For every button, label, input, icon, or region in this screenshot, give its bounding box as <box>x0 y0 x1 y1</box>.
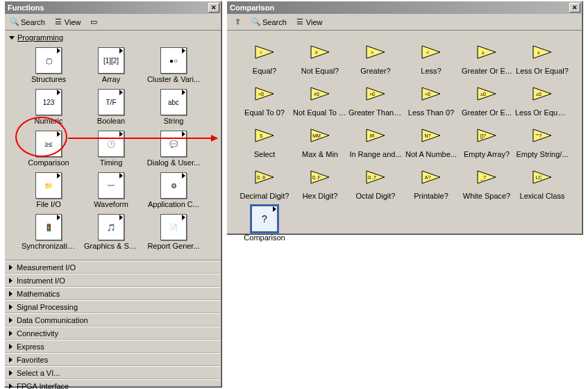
category-row-data-communication[interactable]: Data Communication <box>5 313 221 326</box>
comparison-node-icon: <0 <box>421 87 441 101</box>
view-button[interactable]: ☰ View <box>292 15 326 29</box>
category-row-select-a-vi[interactable]: Select a VI... <box>5 366 221 379</box>
functions-title: Functions <box>8 3 208 12</box>
palette-item-decimal-digit[interactable]: 0..9Decimal Digit? <box>237 163 292 204</box>
item-label: Dialog & User... <box>147 158 200 167</box>
chevron-right-icon <box>9 370 12 376</box>
svg-text:0..9: 0..9 <box>257 175 265 180</box>
palette-item-not-equal[interactable]: ≠Not Equal? <box>292 38 348 79</box>
palette-item-timing[interactable]: 🕑Timing <box>80 129 142 171</box>
palette-item-boolean[interactable]: T/FBoolean <box>80 88 142 129</box>
category-row-instrument-i-o[interactable]: Instrument I/O <box>5 274 221 287</box>
item-icon: 123 <box>35 89 62 115</box>
palette-item-octal-digit[interactable]: 0..7Octal Digit? <box>348 163 403 204</box>
palette-item-greater-or-e[interactable]: ≥0Greater Or E... <box>459 79 514 121</box>
subpalette-arrow-icon <box>180 173 186 179</box>
item-icon: =0 <box>251 81 278 107</box>
svg-marker-2 <box>311 46 329 58</box>
palette-item-not-equal-to-0[interactable]: ≠0Not Equal To 0? <box>292 79 348 121</box>
search-button[interactable]: 🔍 Search <box>248 15 290 29</box>
comparison-node-icon: >0 <box>366 87 385 101</box>
search-button[interactable]: 🔍 Search <box>6 15 49 29</box>
palette-item-less-or-equal[interactable]: ≤0Less Or Equal... <box>514 79 570 121</box>
close-icon[interactable]: ✕ <box>208 3 219 13</box>
category-row-express[interactable]: Express <box>5 340 221 353</box>
palette-item-application-c[interactable]: ⚙Application C... <box>142 171 205 213</box>
palette-item-comparison[interactable]: ?Comparison <box>237 204 292 246</box>
category-row-measurement-i-o[interactable]: Measurement I/O <box>5 260 221 274</box>
category-row-mathematics[interactable]: Mathematics <box>5 287 221 300</box>
category-label: FPGA Interface <box>17 382 69 390</box>
chevron-right-icon <box>9 291 12 297</box>
pin-button[interactable]: ▭ <box>86 15 101 29</box>
palette-item-less[interactable]: <Less? <box>403 38 459 79</box>
chevron-right-icon <box>9 383 12 389</box>
chevron-right-icon <box>9 357 12 363</box>
palette-item-report-gener[interactable]: 📄Report Gener... <box>142 213 205 254</box>
category-row-fpga-interface[interactable]: FPGA Interface <box>5 379 221 389</box>
palette-item-greater-than-0[interactable]: >0Greater Than 0? <box>348 79 403 121</box>
palette-item-file-i-o[interactable]: 📁File I/O <box>17 171 80 213</box>
comparison-node-icon: []? <box>477 129 496 142</box>
palette-item-empty-array[interactable]: []?Empty Array? <box>459 121 514 163</box>
palette-item-less-or-equal[interactable]: ≤Less Or Equal? <box>514 38 570 79</box>
svg-text:=: = <box>260 50 262 55</box>
subpalette-arrow-icon <box>118 131 124 137</box>
palette-item-synchronization[interactable]: 🚦Synchronization <box>17 213 80 254</box>
svg-text:N?: N? <box>425 133 431 138</box>
item-label: Equal? <box>253 67 276 75</box>
item-label: Boolean <box>97 117 125 125</box>
up-button[interactable]: ⇧ <box>228 15 246 29</box>
palette-item-empty-string[interactable]: ""?Empty String/... <box>514 121 570 163</box>
comparison-node-icon: 0..9 <box>255 170 274 184</box>
item-icon: IR <box>362 122 389 149</box>
view-button[interactable]: ☰ View <box>50 15 85 29</box>
palette-item-cluster-vari[interactable]: ●○Cluster & Vari... <box>142 46 205 88</box>
palette-item-in-range-and[interactable]: IRIn Range and... <box>348 121 403 163</box>
palette-item-equal-to-0[interactable]: =0Equal To 0? <box>237 79 292 121</box>
palette-item-dialog-user[interactable]: 💬Dialog & User... <box>142 129 205 171</box>
palette-item-greater-or-e[interactable]: ≥Greater Or E... <box>459 38 514 79</box>
palette-item-structures[interactable]: ▢Structures <box>17 46 80 88</box>
comparison-node-icon: _? <box>477 170 496 184</box>
functions-titlebar[interactable]: Functions ✕ <box>5 1 221 14</box>
svg-text:≤0: ≤0 <box>536 92 541 97</box>
palette-item-printable[interactable]: A?Printable? <box>403 163 459 204</box>
palette-item-greater[interactable]: >Greater? <box>348 38 403 79</box>
subpalette-arrow-icon <box>271 206 277 212</box>
palette-item-not-a-numbe[interactable]: N?Not A Numbe... <box>403 121 459 163</box>
comparison-titlebar[interactable]: Comparison ✕ <box>227 1 582 14</box>
svg-text:>0: >0 <box>369 92 375 97</box>
category-row-signal-processing[interactable]: Signal Processing <box>5 300 221 313</box>
category-label: Programming <box>17 33 63 42</box>
item-label: Select <box>254 150 276 158</box>
palette-item-less-than-0[interactable]: <0Less Than 0? <box>403 79 459 121</box>
palette-item-lexical-class[interactable]: LCLexical Class <box>514 163 570 204</box>
palette-item-hex-digit[interactable]: 0..FHex Digit? <box>292 163 348 204</box>
up-arrow-icon: ⇧ <box>233 17 242 27</box>
svg-text:[]?: []? <box>480 133 486 139</box>
item-icon: ≠0 <box>307 81 333 107</box>
palette-item-equal[interactable]: =Equal? <box>237 38 292 79</box>
item-icon: ? <box>251 206 278 232</box>
palette-item-numeric[interactable]: 123Numeric <box>17 88 80 129</box>
palette-item-white-space[interactable]: _?White Space? <box>459 163 514 204</box>
svg-text:S: S <box>260 133 263 138</box>
subpalette-arrow-icon <box>56 131 61 137</box>
item-label: Synchronization <box>22 242 76 250</box>
palette-item-waveform[interactable]: 〰Waveform <box>80 171 142 213</box>
palette-item-select[interactable]: SSelect <box>237 121 292 163</box>
palette-item-comparison[interactable]: ≥≤Comparison <box>17 129 80 171</box>
palette-item-max-min[interactable]: MMMax & Min <box>292 121 348 163</box>
category-header-programming[interactable]: Programming <box>5 31 221 43</box>
category-row-connectivity[interactable]: Connectivity <box>5 326 221 340</box>
item-icon: 📄 <box>160 214 187 240</box>
svg-marker-8 <box>478 46 496 58</box>
palette-item-graphics-so[interactable]: 🎵Graphics & So... <box>80 213 142 254</box>
comparison-node-icon: ≥0 <box>477 87 496 101</box>
item-label: Cluster & Vari... <box>147 75 200 83</box>
palette-item-string[interactable]: abcString <box>142 88 205 129</box>
category-row-favorites[interactable]: Favorites <box>5 353 221 366</box>
palette-item-array[interactable]: [1][2]Array <box>80 46 142 88</box>
close-icon[interactable]: ✕ <box>569 3 580 13</box>
